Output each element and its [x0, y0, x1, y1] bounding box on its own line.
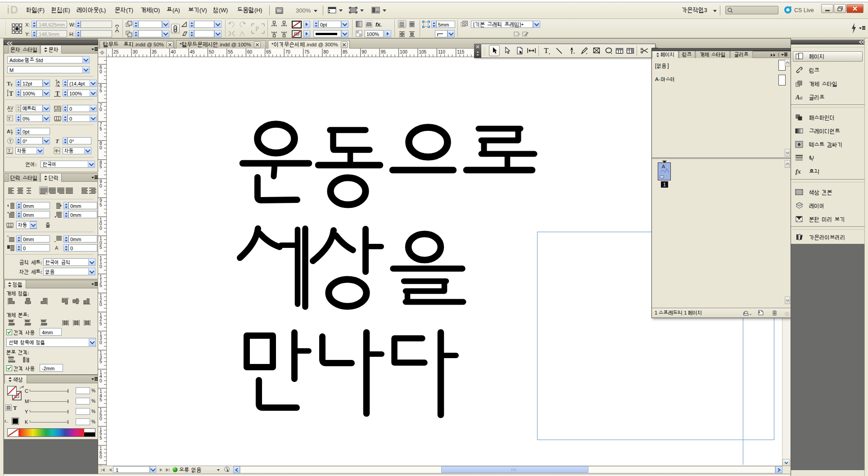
svg-text:T: T: [8, 116, 11, 121]
svg-text:5: 5: [99, 283, 102, 288]
svg-text:A: A: [55, 245, 59, 251]
svg-text:V: V: [58, 106, 61, 111]
svg-text:0: 0: [99, 416, 102, 421]
svg-text:0: 0: [99, 454, 102, 459]
svg-text:30: 30: [133, 49, 138, 54]
svg-text:T: T: [9, 90, 14, 97]
svg-text:45: 45: [190, 49, 195, 54]
svg-text:110: 110: [438, 49, 445, 54]
svg-text:0: 0: [99, 69, 102, 74]
svg-text:0: 0: [99, 378, 102, 383]
svg-text:40: 40: [171, 49, 176, 54]
svg-text:A: A: [57, 84, 60, 87]
svg-text:5: 5: [99, 126, 102, 131]
svg-text:5: 5: [99, 321, 102, 326]
svg-text:25: 25: [113, 49, 119, 54]
svg-text:5: 5: [99, 359, 102, 364]
svg-text:0: 0: [99, 184, 102, 189]
svg-text:5: 5: [99, 436, 102, 440]
svg-text:5: 5: [99, 164, 102, 169]
svg-text:80: 80: [324, 49, 329, 54]
svg-text:V: V: [10, 106, 14, 111]
svg-text:T: T: [9, 139, 12, 144]
svg-text:a: a: [800, 94, 803, 101]
svg-text:0: 0: [99, 107, 102, 112]
svg-text:5: 5: [99, 245, 102, 250]
svg-text:5: 5: [99, 88, 102, 93]
svg-text:A: A: [54, 106, 58, 111]
svg-text:a: a: [10, 128, 13, 132]
svg-text:100: 100: [400, 49, 407, 54]
svg-text:50: 50: [209, 49, 214, 54]
svg-text:95: 95: [381, 49, 386, 54]
svg-text:A: A: [7, 106, 10, 111]
svg-text:0: 0: [99, 340, 102, 345]
svg-text:0: 0: [99, 226, 102, 231]
svg-text:t..: t..: [5, 418, 9, 423]
svg-text:105: 105: [419, 49, 427, 54]
svg-text:0: 0: [99, 264, 102, 269]
svg-text:T: T: [13, 404, 17, 411]
svg-text:T: T: [55, 138, 59, 144]
svg-text:60: 60: [247, 49, 253, 54]
svg-text:65: 65: [266, 49, 271, 54]
svg-text:75: 75: [304, 49, 310, 54]
svg-text:A: A: [795, 94, 800, 101]
svg-text:85: 85: [343, 49, 348, 54]
svg-text:0: 0: [99, 302, 102, 307]
svg-text:0: 0: [99, 145, 102, 150]
svg-text:55: 55: [228, 49, 234, 54]
svg-text:T: T: [55, 90, 60, 97]
svg-text:90: 90: [362, 49, 367, 54]
svg-text:T: T: [10, 83, 13, 87]
svg-text:fx: fx: [796, 168, 801, 175]
svg-text:35: 35: [152, 49, 157, 54]
svg-text:70: 70: [285, 49, 291, 54]
svg-text:T: T: [8, 148, 11, 153]
svg-text:A: A: [7, 129, 10, 134]
svg-text:5: 5: [99, 202, 102, 207]
svg-text:T: T: [544, 47, 549, 54]
svg-text:5: 5: [99, 397, 102, 402]
svg-text:115: 115: [457, 49, 464, 54]
svg-text:P: P: [255, 25, 259, 32]
